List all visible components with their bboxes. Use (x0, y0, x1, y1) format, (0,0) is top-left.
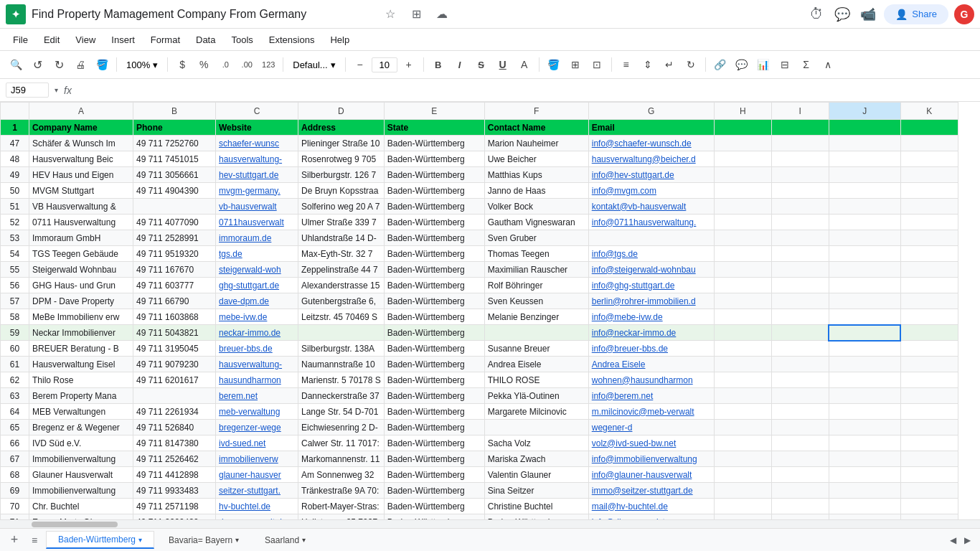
cell-company-53[interactable]: Immoraum GmbH (29, 230, 133, 246)
cell-i-66[interactable] (771, 435, 829, 451)
cell-k-54[interactable] (900, 246, 958, 262)
cell-phone-56[interactable]: 49 711 603777 (133, 278, 216, 293)
cell-state-67[interactable]: Baden-Württemberg (384, 451, 484, 467)
cell-j-55[interactable] (829, 262, 900, 278)
cell-address-62[interactable]: Marienstr. 5 70178 S (298, 372, 385, 388)
cell-contact-51[interactable]: Volker Bock (484, 199, 588, 215)
cell-h-59[interactable] (714, 325, 771, 341)
cell-i-57[interactable] (771, 293, 829, 309)
cell-k-53[interactable] (900, 230, 958, 246)
cell-k-57[interactable] (900, 293, 958, 309)
cell-email-57[interactable]: berlin@rohrer-immobilien.d (588, 293, 714, 309)
cell-company-57[interactable]: DPM - Dave Property (29, 293, 133, 309)
cell-state-66[interactable]: Baden-Württemberg (384, 435, 484, 451)
cell-address-71[interactable]: Hallstrasse 25 7037: (298, 514, 385, 520)
valign-button[interactable]: ⇕ (638, 55, 658, 75)
horizontal-scrollbar[interactable] (0, 519, 980, 528)
cell-contact-57[interactable]: Sven Keussen (484, 293, 588, 309)
cell-contact-58[interactable]: Melanie Benzinger (484, 309, 588, 325)
cell-company-67[interactable]: Immobilienverwaltung (29, 451, 133, 467)
cell-phone-66[interactable]: 49 711 8147380 (133, 435, 216, 451)
cell-i-65[interactable] (771, 420, 829, 435)
cell-company-60[interactable]: BREUER Beratung - B (29, 341, 133, 357)
strikethrough-button[interactable]: S (471, 55, 491, 75)
cell-j-71[interactable] (829, 514, 900, 520)
cell-website-68[interactable]: glauner-hausver (216, 467, 298, 483)
cell-phone-63[interactable] (133, 388, 216, 404)
cell-company-71[interactable]: Eugen Mertz Ohg (29, 514, 133, 520)
cell-k-63[interactable] (900, 388, 958, 404)
cell-i-62[interactable] (771, 372, 829, 388)
cell-company-62[interactable]: Thilo Rose (29, 372, 133, 388)
cell-k-59[interactable] (900, 325, 958, 341)
scroll-left-arrow[interactable]: ◀ (946, 533, 960, 547)
cell-email-60[interactable]: info@breuer-bbs.de (588, 341, 714, 357)
cell-h-70[interactable] (714, 499, 771, 514)
cell-company-61[interactable]: Hausverwaltung Eisel (29, 357, 133, 372)
cell-state-56[interactable]: Baden-Württemberg (384, 278, 484, 293)
cell-h-61[interactable] (714, 357, 771, 372)
cell-contact-67[interactable]: Mariska Zwach (484, 451, 588, 467)
cell-company-50[interactable]: MVGM Stuttgart (29, 183, 133, 199)
cell-website-58[interactable]: mebe-ivw.de (216, 309, 298, 325)
cell-contact-47[interactable]: Marion Nauheimer (484, 136, 588, 151)
cell-contact-71[interactable]: Baden-Württemberg (484, 514, 588, 520)
row-num-70[interactable]: 70 (1, 499, 29, 514)
cell-h-64[interactable] (714, 404, 771, 420)
cell-website-55[interactable]: steigerwald-woh (216, 262, 298, 278)
cell-i-55[interactable] (771, 262, 829, 278)
cell-company-54[interactable]: TGS Teegen Gebäude (29, 246, 133, 262)
video-icon[interactable]: 📹 (858, 4, 878, 24)
cell-j-66[interactable] (829, 435, 900, 451)
cell-email-52[interactable]: info@0711hausverwaltung. (588, 215, 714, 230)
history-icon[interactable]: ⏱ (806, 4, 826, 24)
cell-phone-64[interactable]: 49 711 2261934 (133, 404, 216, 420)
cell-address-54[interactable]: Max-Eyth-Str. 32 7 (298, 246, 385, 262)
cell-address-61[interactable]: Naumannstraße 10 (298, 357, 385, 372)
cell-website-50[interactable]: mvgm-germany. (216, 183, 298, 199)
row-num-48[interactable]: 48 (1, 151, 29, 167)
row-num-67[interactable]: 67 (1, 451, 29, 467)
cell-state-53[interactable]: Baden-Württemberg (384, 230, 484, 246)
cell-email-61[interactable]: Andrea Eisele (588, 357, 714, 372)
cell-k-66[interactable] (900, 435, 958, 451)
cell-phone-58[interactable]: 49 711 1603868 (133, 309, 216, 325)
row-num-61[interactable]: 61 (1, 357, 29, 372)
cell-company-70[interactable]: Chr. Buchtel (29, 499, 133, 514)
cell-address-50[interactable]: De Bruyn Kopsstraa (298, 183, 385, 199)
function-button[interactable]: Σ (796, 55, 816, 75)
insert-chart-button[interactable]: 📊 (753, 55, 773, 75)
redo-button[interactable]: ↻ (49, 55, 69, 75)
cell-email-54[interactable]: info@tgs.de (588, 246, 714, 262)
cloud-save-icon[interactable]: ☁ (432, 4, 452, 24)
cell-j-68[interactable] (829, 467, 900, 483)
cell-state-47[interactable]: Baden-Württemberg (384, 136, 484, 151)
cell-i-48[interactable] (771, 151, 829, 167)
cell-i-64[interactable] (771, 404, 829, 420)
cell-j-58[interactable] (829, 309, 900, 325)
tab-dropdown-icon[interactable]: ▾ (138, 536, 142, 544)
cell-h-57[interactable] (714, 293, 771, 309)
menu-edit[interactable]: Edit (37, 32, 67, 48)
cell-j-62[interactable] (829, 372, 900, 388)
cell-j-60[interactable] (829, 341, 900, 357)
cell-phone-49[interactable]: 49 711 3056661 (133, 167, 216, 183)
halign-button[interactable]: ≡ (616, 55, 636, 75)
cell-j-48[interactable] (829, 151, 900, 167)
underline-button[interactable]: U (493, 55, 513, 75)
cell-address-60[interactable]: Silberburgstr. 138A (298, 341, 385, 357)
cell-j-49[interactable] (829, 167, 900, 183)
cell-website-71[interactable]: das-marquardt.d (216, 514, 298, 520)
cell-reference-input[interactable]: J59 (6, 83, 49, 98)
formula-bar-arrow[interactable]: ▾ (55, 86, 58, 94)
cell-k-64[interactable] (900, 404, 958, 420)
cell-state-48[interactable]: Baden-Württemberg (384, 151, 484, 167)
cell-contact-65[interactable] (484, 420, 588, 435)
print-button[interactable]: 🖨 (70, 55, 90, 75)
cell-k-56[interactable] (900, 278, 958, 293)
number-format-more[interactable]: 123 (258, 55, 278, 75)
cell-phone-71[interactable]: 49 711 2290430 (133, 514, 216, 520)
cell-phone-50[interactable]: 49 711 4904390 (133, 183, 216, 199)
cell-h-62[interactable] (714, 372, 771, 388)
cell-i-50[interactable] (771, 183, 829, 199)
